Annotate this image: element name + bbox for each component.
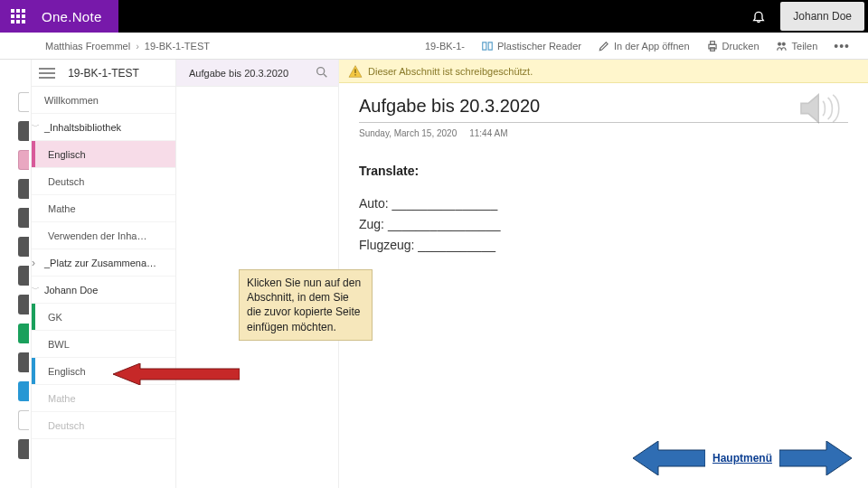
next-slide-button[interactable]: [779, 441, 852, 475]
readonly-warning-bar: Dieser Abschnitt ist schreibgeschützt.: [339, 60, 868, 83]
svg-rect-7: [354, 74, 355, 75]
sidebar-item-math-lib[interactable]: Mathe: [32, 195, 175, 222]
hamburger-icon[interactable]: [39, 68, 55, 79]
share-button[interactable]: Teilen: [776, 40, 818, 52]
warning-icon: [348, 65, 363, 78]
section-rail: [0, 60, 32, 488]
slide-nav: Hauptmenü: [633, 441, 852, 475]
heading-translate[interactable]: Translate:: [359, 164, 848, 178]
print-button[interactable]: Drucken: [706, 40, 760, 52]
rail-tab[interactable]: [18, 121, 29, 141]
sidebar-item-welcome[interactable]: Willkommen: [32, 87, 175, 114]
notebook-title[interactable]: 19-BK-1-TEST: [39, 67, 168, 80]
sidebar-item-use-content[interactable]: Verwenden der Inha…: [32, 222, 175, 249]
page-title[interactable]: Aufgabe bis 20.3.2020: [359, 96, 848, 117]
immersive-reader-button[interactable]: Plastischer Reader: [481, 40, 581, 52]
svg-rect-6: [354, 69, 355, 72]
o365-top-bar: One.Note Johann Doe: [0, 0, 868, 33]
main-menu-link[interactable]: Hauptmenü: [712, 452, 772, 465]
notebook-sidebar: 19-BK-1-TEST Willkommen _Inhaltsbiblioth…: [32, 60, 176, 488]
prev-slide-button[interactable]: [633, 441, 705, 475]
sidebar-item-bwl[interactable]: BWL: [32, 331, 175, 358]
sidebar-item-english-lib[interactable]: Englisch: [32, 141, 175, 168]
crumb-owner[interactable]: Matthias Froemmel: [45, 41, 130, 52]
sidebar-item-math[interactable]: Mathe: [32, 385, 175, 412]
svg-point-3: [778, 42, 781, 45]
reader-icon: [481, 40, 494, 52]
rail-tab[interactable]: [18, 410, 29, 430]
content-line-flugzeug[interactable]: Flugzeug: ___________: [359, 236, 848, 255]
search-icon[interactable]: [315, 65, 329, 80]
svg-rect-1: [710, 41, 714, 44]
more-actions-button[interactable]: •••: [834, 39, 850, 53]
warning-text: Dieser Abschnitt ist schreibgeschützt.: [368, 66, 533, 77]
pencil-icon: [598, 40, 610, 52]
rail-tab[interactable]: [18, 381, 29, 401]
breadcrumb: Matthias Froemmel › 19-BK-1-TEST: [0, 41, 210, 52]
page-canvas: Dieser Abschnitt ist schreibgeschützt. A…: [339, 60, 868, 488]
rail-tab[interactable]: [18, 237, 29, 257]
rail-tab[interactable]: [18, 179, 29, 199]
account-name: Johann Doe: [793, 10, 852, 23]
page-meta: Sunday, March 15, 2020 11:44 AM: [359, 128, 848, 138]
page-date: Sunday, March 15, 2020: [359, 128, 457, 138]
section-tab-title: 19-BK-1-: [425, 41, 465, 52]
rail-tab[interactable]: [18, 324, 29, 343]
waffle-icon: [11, 9, 25, 23]
crumb-notebook[interactable]: 19-BK-1-TEST: [145, 41, 210, 52]
sidebar-group-content-library[interactable]: _Inhaltsbibliothek: [32, 114, 175, 141]
audio-speaker-icon[interactable]: [797, 90, 841, 127]
tutorial-callout-text: Klicken Sie nun auf den Abschnitt, in de…: [247, 277, 361, 333]
brand-text-one: One: [42, 9, 68, 24]
rail-tab[interactable]: [18, 295, 29, 314]
rail-tab[interactable]: [18, 92, 29, 112]
page-time: 11:44 AM: [469, 128, 507, 138]
svg-point-4: [782, 42, 786, 45]
printer-icon: [706, 40, 719, 52]
sidebar-item-german[interactable]: Deutsch: [32, 412, 175, 439]
account-chip[interactable]: Johann Doe: [780, 2, 864, 31]
sidebar-item-german-lib[interactable]: Deutsch: [32, 168, 175, 195]
rail-tab[interactable]: [18, 439, 29, 459]
command-bar: Matthias Froemmel › 19-BK-1-TEST 19-BK-1…: [0, 33, 868, 60]
content-line-auto[interactable]: Auto: _______________: [359, 194, 848, 213]
notifications-button[interactable]: [741, 0, 777, 33]
title-underline: [359, 122, 848, 123]
rail-tab[interactable]: [18, 352, 29, 372]
app-launcher-button[interactable]: [0, 0, 36, 33]
content-line-zug[interactable]: Zug: ________________: [359, 215, 848, 234]
rail-tab[interactable]: [18, 266, 29, 286]
sidebar-header: 19-BK-1-TEST: [32, 60, 175, 87]
rail-tab[interactable]: [18, 208, 29, 228]
bell-icon: [751, 9, 766, 23]
rail-tab[interactable]: [18, 150, 29, 170]
tutorial-callout: Klicken Sie nun auf den Abschnitt, in de…: [239, 269, 373, 341]
open-in-app-button[interactable]: In der App öffnen: [598, 40, 690, 52]
share-icon: [776, 40, 788, 52]
sidebar-group-collab-space[interactable]: _Platz zur Zusammena…: [32, 249, 175, 277]
app-brand[interactable]: One.Note: [36, 0, 118, 33]
svg-point-5: [317, 68, 325, 75]
sidebar-item-gk[interactable]: GK: [32, 304, 175, 331]
chevron-right-icon: ›: [136, 41, 139, 52]
brand-text-note: Note: [72, 9, 102, 24]
sidebar-group-student[interactable]: Johann Doe: [32, 277, 175, 304]
tutorial-arrow-icon: [113, 363, 240, 385]
